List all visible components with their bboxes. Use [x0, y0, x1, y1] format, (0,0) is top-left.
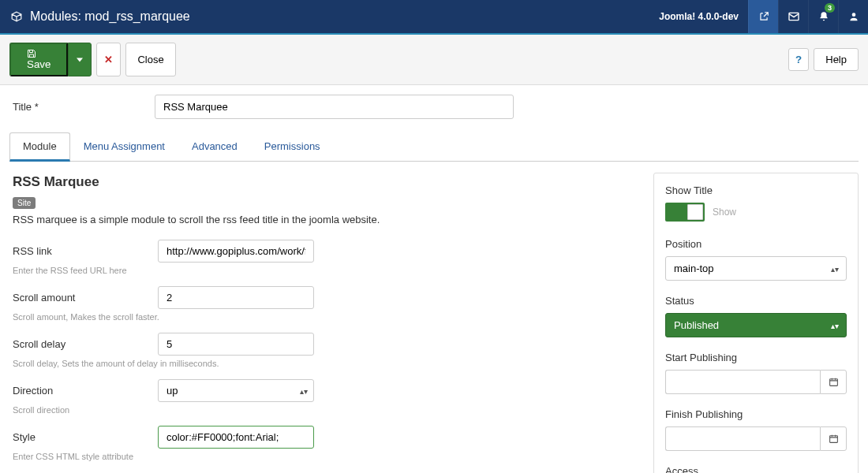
rss-link-label: RSS link: [13, 240, 158, 257]
main-panel: RSS Marquee Site RSS marquee is a simple…: [9, 162, 641, 473]
field-status: Status Published ▴▾: [665, 295, 847, 337]
finish-publishing-input[interactable]: [665, 426, 820, 451]
field-direction: Direction up ▴▾: [13, 379, 638, 402]
module-heading: RSS Marquee: [13, 174, 638, 190]
close-button[interactable]: Close: [125, 43, 175, 76]
scroll-delay-input[interactable]: [158, 333, 314, 356]
user-button[interactable]: [838, 0, 868, 33]
style-input[interactable]: [158, 426, 314, 449]
module-description: RSS marquee is a simple module to scroll…: [13, 214, 638, 225]
notif-badge: 3: [825, 3, 835, 13]
site-badge: Site: [13, 197, 36, 209]
direction-select[interactable]: up: [158, 379, 314, 402]
scroll-delay-hint: Scroll delay, Sets the amount of delay i…: [13, 359, 638, 368]
field-finish-publishing: Finish Publishing: [665, 408, 847, 451]
style-hint: Enter CSS HTML style attribute: [13, 452, 638, 461]
version-text: Joomla! 4.0.0-dev: [659, 11, 748, 22]
position-select[interactable]: main-top: [665, 256, 847, 281]
toolbar: Save ✕ Close ? Help: [0, 35, 868, 85]
save-dropdown-button[interactable]: [68, 43, 92, 76]
svg-rect-2: [829, 379, 837, 386]
field-position: Position main-top ▴▾: [665, 238, 847, 281]
title-row: Title *: [0, 85, 868, 132]
field-access: Access Public ▴▾: [665, 465, 847, 473]
tab-module[interactable]: Module: [9, 132, 70, 162]
field-scroll-amount: Scroll amount: [13, 286, 638, 309]
top-header: Modules: mod_rss_marquee Joomla! 4.0.0-d…: [0, 0, 868, 33]
field-scroll-delay: Scroll delay: [13, 333, 638, 356]
tab-menu-assignment[interactable]: Menu Assignment: [70, 132, 178, 162]
header-icons: 3: [748, 0, 868, 33]
mail-button[interactable]: [778, 0, 808, 33]
save-button-group: Save: [9, 43, 92, 76]
page-title: Modules: mod_rss_marquee: [30, 9, 659, 24]
save-button[interactable]: Save: [9, 43, 68, 76]
field-style: Style: [13, 426, 638, 449]
help-label: Help: [825, 54, 847, 65]
sidebar-panel: Show Title Show Position main-top ▴▾ Sta…: [653, 173, 859, 473]
field-start-publishing: Start Publishing: [665, 352, 847, 394]
scroll-delay-label: Scroll delay: [13, 333, 158, 350]
direction-hint: Scroll direction: [13, 405, 638, 415]
tab-advanced[interactable]: Advanced: [178, 132, 251, 162]
field-show-title: Show Title Show: [665, 184, 847, 224]
close-label: Close: [137, 54, 163, 65]
close-x-button[interactable]: ✕: [96, 43, 121, 76]
finish-publishing-calendar-button[interactable]: [820, 426, 847, 451]
scroll-amount-label: Scroll amount: [13, 286, 158, 304]
title-input[interactable]: [155, 95, 514, 119]
notifications-button[interactable]: 3: [808, 0, 838, 33]
position-label: Position: [665, 238, 847, 250]
tabs: Module Menu Assignment Advanced Permissi…: [9, 132, 859, 162]
start-publishing-input[interactable]: [665, 370, 820, 394]
start-publishing-calendar-button[interactable]: [820, 370, 847, 394]
finish-publishing-label: Finish Publishing: [665, 408, 847, 420]
scroll-amount-hint: Scroll amount, Makes the scroll faster.: [13, 312, 638, 322]
scroll-amount-input[interactable]: [158, 286, 314, 309]
svg-rect-3: [829, 436, 837, 443]
access-label: Access: [665, 465, 847, 473]
status-label: Status: [665, 295, 847, 307]
save-label: Save: [27, 58, 51, 70]
field-rss-link: RSS link: [13, 240, 638, 263]
help-icon-button[interactable]: ?: [788, 48, 809, 71]
status-select[interactable]: Published: [665, 313, 847, 337]
tab-permissions[interactable]: Permissions: [251, 132, 334, 162]
style-label: Style: [13, 426, 158, 443]
cube-icon: [11, 11, 22, 22]
show-title-state: Show: [713, 207, 736, 218]
external-link-button[interactable]: [748, 0, 778, 33]
rss-link-hint: Enter the RSS feed URL here: [13, 266, 638, 275]
help-button[interactable]: Help: [814, 48, 859, 71]
start-publishing-label: Start Publishing: [665, 352, 847, 363]
show-title-label: Show Title: [665, 184, 847, 196]
title-label: Title *: [13, 101, 147, 113]
svg-point-1: [851, 13, 855, 17]
direction-label: Direction: [13, 379, 158, 397]
content: RSS Marquee Site RSS marquee is a simple…: [0, 162, 868, 473]
show-title-toggle[interactable]: [665, 203, 705, 222]
rss-link-input[interactable]: [158, 240, 314, 263]
